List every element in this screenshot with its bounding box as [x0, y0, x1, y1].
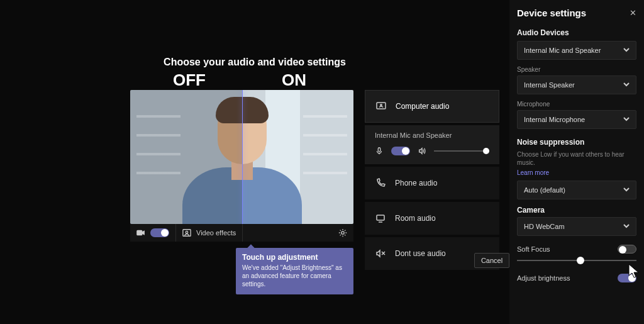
chevron-down-icon	[623, 81, 630, 89]
person-bg-icon	[182, 228, 191, 237]
chevron-down-icon	[623, 116, 630, 123]
audio-option-label: Dont use audio	[395, 249, 446, 258]
audio-option-phone[interactable]: Phone audio	[365, 167, 499, 199]
tooltip-title: Touch up adjustment	[242, 253, 347, 262]
device-settings-panel: Device settings ✕ Audio Devices Internal…	[509, 0, 644, 324]
speaker-icon	[418, 147, 426, 155]
audio-option-room[interactable]: Room audio	[365, 202, 499, 235]
dropdown-value: Internal Microphone	[524, 116, 585, 123]
chevron-down-icon	[623, 186, 630, 194]
panel-title: Device settings	[517, 8, 586, 18]
noise-help-text: Choose Low if you want others to hear mu…	[517, 150, 636, 167]
svg-rect-7	[377, 215, 384, 220]
touch-up-tooltip: Touch up adjustment We've added "Adjust …	[236, 248, 353, 294]
mic-icon	[375, 147, 384, 155]
preview-toolbar: Video effects	[130, 224, 353, 242]
learn-more-link[interactable]: Learn more	[517, 169, 549, 176]
soft-focus-label: Soft Focus	[517, 245, 550, 253]
volume-slider[interactable]	[434, 150, 489, 152]
audio-option-computer[interactable]: Computer audio	[365, 90, 499, 123]
preview-settings-button[interactable]	[332, 224, 353, 242]
mic-select[interactable]: Internal Microphone	[517, 110, 636, 129]
audio-option-label: Phone audio	[395, 179, 437, 187]
audio-option-label: Computer audio	[396, 102, 449, 111]
svg-rect-6	[378, 148, 380, 152]
camera-label: Camera	[517, 206, 636, 215]
internal-mic-label: Internal Mic and Speaker	[375, 131, 489, 139]
gear-icon	[338, 228, 347, 237]
mic-label: Microphone	[517, 101, 636, 108]
video-effects-label: Video effects	[196, 229, 236, 237]
no-audio-icon	[375, 248, 386, 259]
mic-toggle[interactable]	[391, 147, 410, 155]
camera-select[interactable]: HD WebCam	[517, 217, 636, 236]
phone-icon	[375, 177, 386, 189]
speaker-label: Speaker	[517, 66, 636, 73]
camera-preview	[130, 90, 353, 224]
speaker-select[interactable]: Internal Speaker	[517, 75, 636, 94]
video-effects-button[interactable]: Video effects	[176, 224, 242, 242]
comparison-divider[interactable]	[242, 90, 243, 224]
camera-icon	[136, 228, 145, 237]
dropdown-value: Auto (default)	[524, 186, 565, 194]
noise-select[interactable]: Auto (default)	[517, 181, 636, 199]
camera-toggle[interactable]	[150, 228, 169, 237]
dropdown-value: Internal Speaker	[524, 81, 575, 89]
svg-point-3	[341, 232, 344, 234]
close-icon[interactable]: ✕	[630, 8, 636, 18]
chevron-down-icon	[623, 223, 630, 230]
soft-focus-slider[interactable]	[517, 260, 636, 261]
svg-point-2	[186, 231, 188, 233]
on-label: ON	[282, 70, 306, 90]
off-label: OFF	[173, 70, 206, 90]
audio-internal-row: Internal Mic and Speaker	[365, 125, 499, 164]
audio-device-select[interactable]: Internal Mic and Speaker	[517, 41, 636, 60]
svg-rect-1	[183, 230, 191, 237]
adjust-brightness-label: Adjust brightness	[517, 274, 570, 282]
svg-point-5	[380, 104, 382, 106]
svg-rect-0	[137, 231, 142, 235]
audio-devices-label: Audio Devices	[517, 28, 636, 37]
audio-option-label: Room audio	[395, 214, 436, 223]
dropdown-value: HD WebCam	[524, 223, 565, 230]
room-icon	[375, 213, 386, 224]
computer-audio-icon	[375, 101, 387, 112]
cancel-button[interactable]: Cancel	[474, 253, 509, 268]
dropdown-value: Internal Mic and Speaker	[524, 47, 601, 54]
adjust-brightness-toggle[interactable]	[618, 274, 636, 282]
soft-focus-toggle[interactable]	[618, 245, 636, 254]
page-title: Choose your audio and video settings	[0, 57, 509, 68]
tooltip-body: We've added "Adjust Brightness" as an ad…	[242, 264, 347, 288]
noise-label: Noise suppression	[517, 138, 636, 147]
chevron-down-icon	[623, 47, 630, 54]
